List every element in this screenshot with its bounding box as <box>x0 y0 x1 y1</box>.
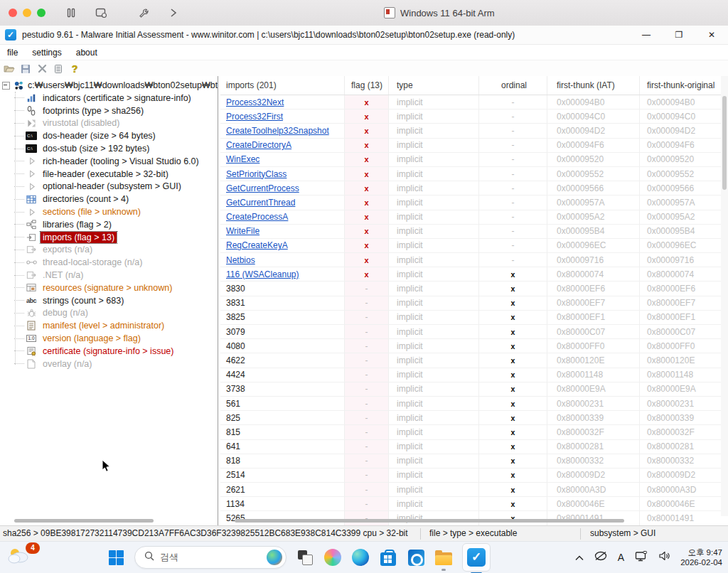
tree-item-virustotal[interactable]: virustotal (disabled) <box>0 117 218 130</box>
close-button[interactable]: ✕ <box>695 26 728 44</box>
table-row[interactable]: GetCurrentProcessximplicit-0x000095660x0… <box>220 181 728 196</box>
import-name[interactable]: CreateProcessA <box>220 210 345 224</box>
table-row[interactable]: 4622-implicitx0x8000120E0x8000120E <box>220 353 728 368</box>
start-button[interactable] <box>107 548 125 567</box>
table-row[interactable]: CreateToolhelp32Snapshotximplicit-0x0000… <box>220 124 728 138</box>
tree-item-imports[interactable]: imports (flag > 13) <box>0 231 218 244</box>
tree-root-node[interactable]: c:₩users₩bjc11₩downloads₩bton02setup₩bto… <box>0 79 218 92</box>
ime-language-indicator[interactable]: A <box>618 552 624 563</box>
column-header-imports[interactable]: imports (201) <box>220 76 345 95</box>
tree-item-strings[interactable]: abcstrings (count > 683) <box>0 294 218 307</box>
tree-item-thread-local-storage[interactable]: thread-local-storage (n/a) <box>0 256 218 269</box>
maximize-button[interactable]: ❐ <box>663 26 695 44</box>
table-row[interactable]: 3830-implicitx0x80000EF60x80000EF6 <box>220 282 728 296</box>
tray-chevron-up-icon[interactable] <box>575 551 584 564</box>
column-header-first-thunk-original[interactable]: first-thunk-original <box>640 76 728 95</box>
tree-item-directories[interactable]: directories (count > 4) <box>0 193 218 205</box>
search-box[interactable]: 검색 <box>134 546 287 569</box>
column-header-flag[interactable]: flag (13) <box>345 76 389 95</box>
tree-item-.net[interactable]: .NET (n/a) <box>0 269 218 282</box>
store-button[interactable] <box>379 548 397 567</box>
table-row[interactable]: Process32Nextximplicit-0x000094B00x00009… <box>220 95 728 109</box>
menu-item-about[interactable]: about <box>69 48 105 58</box>
table-row[interactable]: CreateDirectoryAximplicit-0x000094F60x00… <box>220 139 728 153</box>
table-row[interactable]: WriteFileximplicit-0x000095B40x000095B4 <box>220 225 728 239</box>
pestudio-taskbar-button[interactable]: ✓ <box>462 543 491 572</box>
table-row[interactable]: 815-implicitx0x8000032F0x8000032F <box>220 425 728 439</box>
table-vertical-scrollbar[interactable] <box>721 76 728 516</box>
table-row[interactable]: 3738-implicitx0x80000E9A0x80000E9A <box>220 382 728 397</box>
tree-item-libraries[interactable]: libraries (flag > 2) <box>0 218 218 231</box>
tree-item-dos-stub[interactable]: C:\dos-stub (size > 192 bytes) <box>0 142 218 155</box>
table-row[interactable]: 825-implicitx0x800003390x80000339 <box>220 411 728 425</box>
column-header-type[interactable]: type <box>389 76 479 95</box>
import-name[interactable]: Process32Next <box>220 95 345 109</box>
import-name[interactable]: RegCreateKeyA <box>220 239 345 252</box>
edge-button[interactable] <box>351 548 370 567</box>
tree-item-exports[interactable]: exports (n/a) <box>0 244 218 257</box>
menu-item-file[interactable]: file <box>0 48 25 58</box>
tree-item-rich-header[interactable]: rich-header (tooling > Visual Studio 6.0… <box>0 155 218 168</box>
table-row[interactable]: 641-implicitx0x800002810x80000281 <box>220 440 728 454</box>
open-file-icon[interactable] <box>4 63 15 75</box>
task-view-button[interactable] <box>296 548 314 567</box>
wrench-icon[interactable] <box>138 7 149 18</box>
import-name[interactable]: WriteFile <box>220 225 345 238</box>
table-row[interactable]: RegCreateKeyAximplicit-0x000096EC0x00009… <box>220 239 728 253</box>
table-row[interactable]: GetCurrentThreadximplicit-0x0000957A0x00… <box>220 196 728 210</box>
table-row[interactable]: 3079-implicitx0x80000C070x80000C07 <box>220 325 728 339</box>
table-horizontal-scrollbar[interactable] <box>235 519 624 523</box>
pause-vm-icon[interactable] <box>65 7 77 18</box>
volume-icon[interactable] <box>658 551 670 564</box>
tree-item-indicators[interactable]: indicators (certificate > signature-info… <box>0 92 218 105</box>
import-name[interactable]: GetCurrentThread <box>220 196 345 209</box>
vertical-scroll-thumb[interactable] <box>722 96 727 190</box>
snapshot-icon[interactable] <box>95 7 107 18</box>
table-row[interactable]: 818-implicitx0x800003320x80000332 <box>220 454 728 468</box>
table-row[interactable]: 4424-implicitx0x800011480x80001148 <box>220 368 728 382</box>
import-name[interactable]: Process32First <box>220 109 345 123</box>
clock[interactable]: 오후 9:47 2026-02-04 <box>680 547 722 567</box>
tree-item-manifest[interactable]: manifest (level > administrator) <box>0 319 218 332</box>
table-row[interactable]: 561-implicitx0x800002310x80000231 <box>220 397 728 411</box>
copilot-button[interactable] <box>323 548 342 567</box>
tree-item-resources[interactable]: resources (signature > unknown) <box>0 282 218 294</box>
tree-item-footprints[interactable]: footprints (type > sha256) <box>0 105 218 117</box>
help-icon[interactable]: ? <box>69 63 80 75</box>
import-name[interactable]: WinExec <box>220 153 345 166</box>
tree-item-version[interactable]: 1.0version (language > flag) <box>0 332 218 345</box>
table-row[interactable]: SetPriorityClassximplicit-0x000095520x00… <box>220 167 728 181</box>
table-row[interactable]: 3831-implicitx0x80000EF70x80000EF7 <box>220 296 728 311</box>
import-name[interactable]: SetPriorityClass <box>220 167 345 181</box>
menu-item-settings[interactable]: settings <box>25 48 68 58</box>
import-name[interactable]: Netbios <box>220 253 345 267</box>
mac-close-button[interactable] <box>9 9 17 17</box>
column-header-ordinal[interactable]: ordinal <box>479 76 547 95</box>
tree-item-dos-header[interactable]: C:\dos-header (size > 64 bytes) <box>0 129 218 142</box>
file-explorer-button[interactable] <box>434 548 453 567</box>
tree-item-debug[interactable]: debug (n/a) <box>0 307 218 320</box>
chevron-right-icon[interactable] <box>168 7 179 18</box>
tree-horizontal-scrollbar[interactable] <box>14 519 154 523</box>
column-header-first-thunk[interactable]: first-thunk (IAT) <box>547 76 640 95</box>
minimize-button[interactable]: — <box>630 26 663 44</box>
touchpad-off-icon[interactable] <box>594 551 607 564</box>
tree-item-optional-header[interactable]: optional-header (subsystem > GUI) <box>0 181 218 193</box>
copy-icon[interactable] <box>53 63 64 75</box>
tree-item-file-header[interactable]: file-header (executable > 32-bit) <box>0 168 218 181</box>
table-row[interactable]: 1134-implicitx0x8000046E0x8000046E <box>220 497 728 511</box>
mac-minimize-button[interactable] <box>23 9 31 17</box>
mac-zoom-button[interactable] <box>37 9 46 17</box>
tree-item-overlay[interactable]: overlay (n/a) <box>0 358 218 370</box>
network-icon[interactable] <box>635 551 648 564</box>
weather-widget[interactable]: 4 <box>6 545 38 570</box>
import-name[interactable]: CreateToolhelp32Snapshot <box>220 124 345 137</box>
import-name[interactable]: GetCurrentProcess <box>220 181 345 195</box>
table-row[interactable]: WinExecximplicit-0x000095200x00009520 <box>220 153 728 167</box>
table-row[interactable]: Process32Firstximplicit-0x000094C00x0000… <box>220 109 728 124</box>
tree-item-certificate[interactable]: certificate (signature-info > issue) <box>0 345 218 358</box>
table-row[interactable]: 2514-implicitx0x800009D20x800009D2 <box>220 468 728 483</box>
tree-item-sections[interactable]: sections (file > unknown) <box>0 205 218 218</box>
collapse-expander-icon[interactable] <box>2 82 10 90</box>
outlook-button[interactable] <box>407 548 425 567</box>
